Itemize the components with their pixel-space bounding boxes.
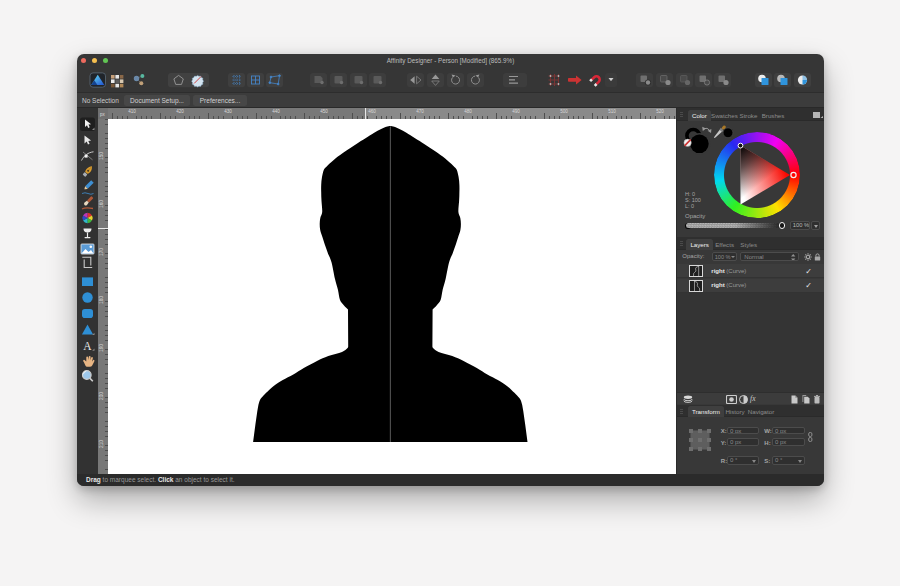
svg-text:A: A xyxy=(83,340,92,352)
svg-text:160: 160 xyxy=(99,200,104,208)
svg-text:200: 200 xyxy=(99,392,104,400)
svg-text:210: 210 xyxy=(99,440,104,448)
svg-text:190: 190 xyxy=(99,344,104,352)
svg-text:180: 180 xyxy=(99,296,104,304)
svg-text:170: 170 xyxy=(99,248,104,256)
svg-text:150: 150 xyxy=(99,152,104,160)
